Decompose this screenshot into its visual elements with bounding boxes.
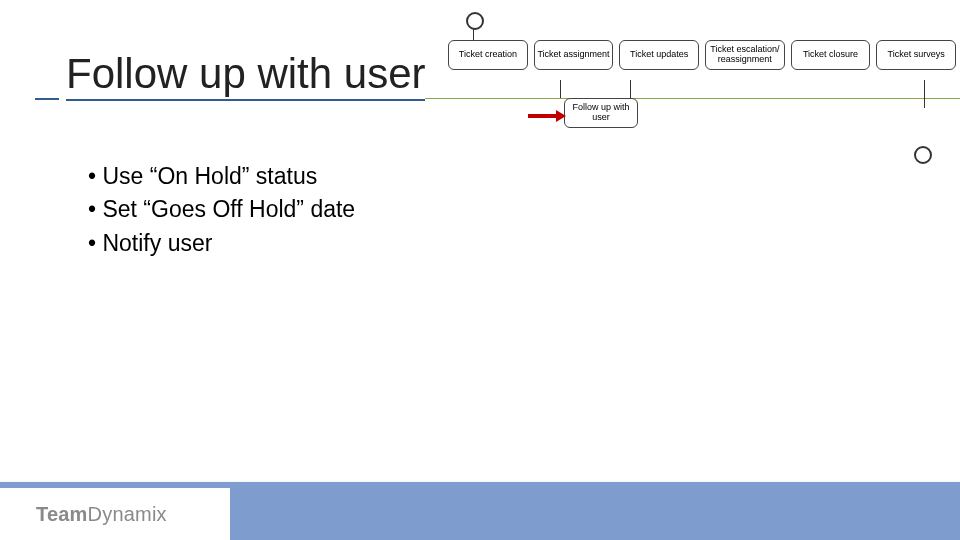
flow-connector — [630, 80, 631, 98]
flow-subrow: Follow up with user — [564, 98, 638, 128]
title-container: Follow up with user — [66, 52, 425, 96]
bullet-item: Set “Goes Off Hold” date — [88, 193, 355, 226]
brand-logo-part1: Team — [36, 503, 88, 525]
flow-box-escalation: Ticket escalation/ reassignment — [705, 40, 785, 70]
flow-connector — [560, 80, 561, 98]
bullet-list: Use “On Hold” status Set “Goes Off Hold”… — [88, 160, 355, 260]
flow-box-creation: Ticket creation — [448, 40, 528, 70]
flow-box-closure: Ticket closure — [791, 40, 871, 70]
highlight-arrow-icon — [528, 112, 568, 120]
flow-diagram: Ticket creation Ticket assignment Ticket… — [448, 40, 956, 160]
flow-end-icon — [914, 146, 932, 164]
bullet-item: Use “On Hold” status — [88, 160, 355, 193]
brand-logo-part2: Dynamix — [88, 503, 167, 525]
flow-row: Ticket creation Ticket assignment Ticket… — [448, 40, 956, 70]
bullet-item: Notify user — [88, 227, 355, 260]
flow-connector — [473, 28, 474, 40]
flow-connector — [924, 80, 925, 108]
slide-title: Follow up with user — [66, 50, 425, 101]
flow-box-surveys: Ticket surveys — [876, 40, 956, 70]
title-accent-stub — [35, 98, 59, 100]
brand-logo: TeamDynamix — [36, 503, 167, 526]
flow-start-icon — [466, 12, 484, 30]
flow-box-followup: Follow up with user — [564, 98, 638, 128]
flow-box-assignment: Ticket assignment — [534, 40, 614, 70]
flow-box-updates: Ticket updates — [619, 40, 699, 70]
